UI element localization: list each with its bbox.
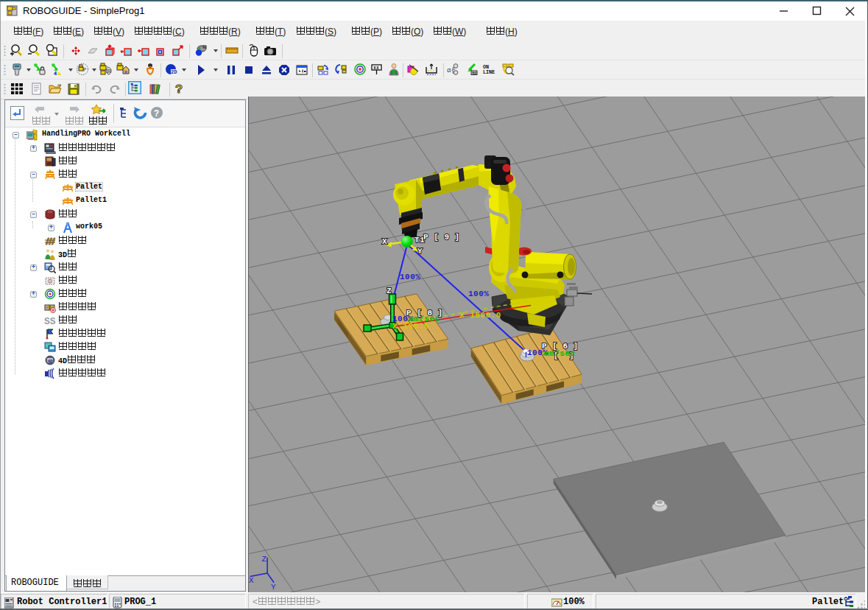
- svg-text:?: ?: [175, 83, 183, 94]
- svg-text:4: 4: [54, 71, 57, 76]
- svg-text:Y: Y: [417, 247, 423, 256]
- svg-text:mm/sec: mm/sec: [544, 349, 576, 358]
- svg-text:T1: T1: [414, 236, 425, 245]
- svg-text:100%: 100%: [468, 290, 489, 298]
- svg-text:Y: Y: [271, 583, 276, 592]
- svg-text:xx: xx: [373, 66, 379, 71]
- svg-text:X 135.0: X 135.0: [392, 322, 429, 331]
- svg-text:X: X: [249, 576, 254, 585]
- svg-text:LINE: LINE: [483, 69, 495, 75]
- svg-text:X: X: [382, 237, 387, 246]
- svg-text:X 1800.0: X 1800.0: [459, 311, 501, 320]
- svg-text:P: P: [83, 67, 86, 73]
- svg-text:2D: 2D: [171, 69, 177, 75]
- svg-text:100%: 100%: [400, 273, 420, 281]
- svg-text:P [ 9 ]: P [ 9 ]: [423, 233, 460, 242]
- svg-text:Z: Z: [387, 287, 392, 295]
- svg-text:SS: SS: [44, 316, 56, 326]
- svg-text:4D: 4D: [48, 359, 54, 364]
- svg-text:?: ?: [154, 109, 159, 119]
- svg-text:Z: Z: [262, 555, 267, 564]
